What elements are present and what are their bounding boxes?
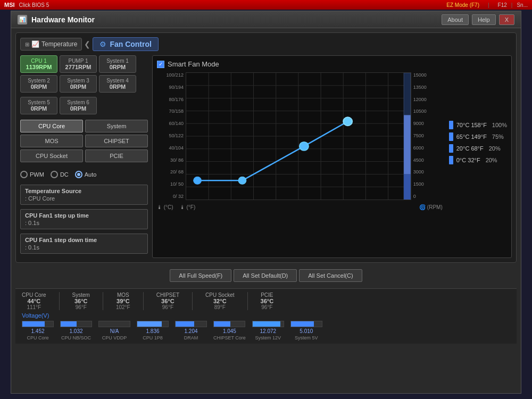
fan-sys6-label: System 6 (64, 99, 92, 105)
temp-source-box[interactable]: Temperature Source : CPU Core (20, 185, 148, 205)
step-down-box[interactable]: CPU Fan1 step down time : 0.1s (20, 234, 148, 254)
voltage-cpu-1p8-bar-container (137, 321, 169, 327)
temp-bar-1 (449, 121, 453, 129)
sensor-cpu-socket[interactable]: CPU Socket (20, 149, 83, 162)
fan-tab-icon: ⚙ (99, 40, 106, 48)
snap-btn[interactable]: Sn... (517, 2, 528, 8)
sensor-panel: CPU 1 1139RPM PUMP 1 2771RPM System 1 0R… (20, 55, 148, 258)
temp-70-pct: 100% (492, 122, 507, 128)
voltage-dram-bar-container (175, 321, 207, 327)
status-sensors: CPU Core 44°C 111°F System 36°C 96°F MOS… (22, 292, 510, 310)
temp-20-pct: 20% (489, 145, 501, 152)
step-up-value: : 0.1s (25, 220, 143, 226)
divider-1 (59, 292, 60, 310)
voltage-dram-bar (176, 321, 194, 327)
voltage-system-12v: 12.072 System 12V (252, 321, 284, 340)
fan-tab-label: Fan Control (110, 40, 152, 48)
fan-cpu1-label: CPU 1 (25, 58, 53, 64)
title-buttons: About Help X (442, 14, 514, 25)
svg-point-21 (343, 117, 352, 126)
fan-cpu1-value: 1139RPM (25, 64, 53, 70)
radio-pwm-label: PWM (30, 171, 44, 178)
voltage-cpu-nb-bar (61, 321, 77, 327)
temp-source-value: : CPU Core (25, 195, 143, 202)
temp-20c: 20°C 68°F (456, 145, 484, 152)
temp-row-3[interactable]: 20°C 68°F 20% (449, 144, 507, 153)
chart-main[interactable] (186, 72, 411, 200)
status-pcie: PCIE 36°C 96°F (261, 292, 274, 310)
help-button[interactable]: Help (472, 14, 496, 25)
title-bar: 📊 Hardware Monitor About Help X (11, 11, 521, 28)
sensor-chipset[interactable]: CHIPSET (85, 135, 148, 147)
close-button[interactable]: X (499, 14, 514, 25)
voltage-chipset-bar-container (213, 321, 245, 327)
sensor-cpu-core[interactable]: CPU Core (20, 120, 83, 132)
svg-point-20 (300, 142, 309, 151)
fan-sys5-label: System 5 (25, 99, 53, 105)
voltage-5v-bar-container (290, 321, 322, 327)
voltage-cpu-vddp-bar-container (98, 321, 130, 327)
voltage-12v-bar-container (252, 321, 284, 327)
voltage-cpu-core: 1.452 CPU Core (22, 321, 54, 340)
fan-sys1[interactable]: System 1 0RPM (99, 55, 136, 73)
status-cpu-socket: CPU Socket 32°C 89°F (205, 292, 234, 310)
temp-row-2[interactable]: 65°C 149°F 75% (449, 132, 507, 141)
fan-pump1[interactable]: PUMP 1 2771RPM (60, 55, 97, 73)
radio-auto-circle (75, 171, 82, 178)
about-button[interactable]: About (442, 14, 469, 25)
fan-sys6[interactable]: System 6 0RPM (60, 97, 97, 114)
window-title: Hardware Monitor (31, 15, 95, 24)
fan-sys1-value: 0RPM (104, 64, 131, 70)
smart-fan-checkbox[interactable]: ✓ (157, 61, 164, 68)
voltage-chipset-core: 1.045 CHIPSET Core (213, 321, 246, 340)
fan-sys4[interactable]: System 4 0RPM (99, 75, 136, 93)
fan-sys3[interactable]: System 3 0RPM (60, 75, 97, 93)
all-set-default-button[interactable]: All Set Default(D) (234, 269, 297, 282)
smart-fan-header: ✓ Smart Fan Mode (157, 60, 507, 68)
temp-row-1[interactable]: 70°C 158°F 100% (449, 121, 507, 129)
top-bar: MSI Click BIOS 5 EZ Mode (F7) | F12 | Sn… (0, 0, 532, 10)
all-full-speed-button[interactable]: All Full Speed(F) (170, 269, 231, 282)
status-mos: MOS 39°C 102°F (116, 292, 130, 310)
radio-dc-circle (51, 171, 58, 178)
action-buttons: All Full Speed(F) All Set Default(D) All… (15, 266, 517, 285)
fan-control-tab[interactable]: ⚙ Fan Control (93, 37, 159, 51)
temperature-tab[interactable]: ⊞ 📈 Temperature (20, 38, 82, 51)
chart-svg (186, 73, 411, 200)
radio-dc[interactable]: DC (51, 171, 69, 178)
divider-3 (143, 292, 144, 310)
temp-row-4[interactable]: 0°C 32°F 20% (449, 156, 507, 164)
sensor-mos[interactable]: MOS (20, 135, 83, 147)
temp-65-pct: 75% (492, 134, 504, 140)
smart-fan-label: Smart Fan Mode (168, 60, 219, 68)
status-cpu-core: CPU Core 44°C 111°F (22, 292, 46, 310)
temp-scale: 70°C 158°F 100% 65°C 149°F 75% 20°C 68°F (449, 72, 507, 212)
radio-dc-label: DC (60, 171, 69, 178)
fan-header: CPU 1 1139RPM PUMP 1 2771RPM System 1 0R… (20, 55, 148, 93)
f12-btn[interactable]: F12 (498, 2, 507, 8)
chart-container: 100/212 90/194 80/176 70/158 60/140 50/1… (157, 72, 443, 200)
fan-sys5[interactable]: System 5 0RPM (20, 97, 57, 114)
radio-auto[interactable]: Auto (75, 171, 97, 178)
y-axis-right: 15000 13500 12000 10500 9000 7500 6000 4… (413, 72, 443, 200)
bios-title: Click BIOS 5 (19, 2, 49, 8)
sensor-system[interactable]: System (85, 120, 148, 132)
sensor-buttons: CPU Core System MOS CHIPSET CPU Socket P… (20, 120, 148, 162)
inner-content: CPU 1 1139RPM PUMP 1 2771RPM System 1 0R… (20, 55, 512, 258)
ez-mode[interactable]: EZ Mode (F7) (446, 2, 479, 8)
all-set-cancel-button[interactable]: All Set Cancel(C) (299, 269, 362, 282)
fan-cpu1[interactable]: CPU 1 1139RPM (20, 55, 57, 73)
sensor-pcie[interactable]: PCIE (85, 149, 148, 162)
fan-sys2[interactable]: System 2 0RPM (20, 75, 57, 93)
step-up-box[interactable]: CPU Fan1 step up time : 0.1s (20, 209, 148, 229)
temp-bar-3 (449, 144, 453, 153)
radio-pwm[interactable]: PWM (20, 171, 44, 178)
step-down-value: : 0.1s (25, 244, 143, 251)
voltage-cpu-1p8-bar (137, 321, 162, 327)
temp-source-title: Temperature Source (25, 188, 143, 194)
voltage-5v-bar (291, 321, 314, 327)
voltage-cpu-core-bar-container (22, 321, 54, 327)
temp-65c: 65°C 149°F (456, 134, 487, 140)
fan-sys6-value: 0RPM (64, 105, 92, 112)
radio-auto-label: Auto (85, 171, 97, 178)
